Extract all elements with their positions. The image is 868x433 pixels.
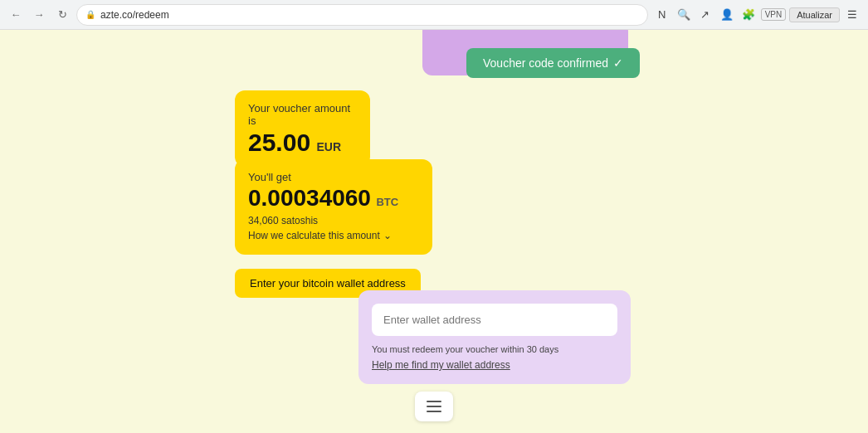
voucher-amount-value: 25.00	[248, 129, 310, 156]
voucher-confirmed-text: Voucher code confirmed	[483, 56, 608, 70]
browser-chrome: ← → ↻ 🔒 azte.co/redeem N 🔍 ↗ 👤 🧩 VPN Atu…	[0, 0, 868, 30]
checkmark-icon: ✓	[613, 56, 623, 70]
hamburger-line-1	[427, 401, 441, 402]
forward-button[interactable]: →	[30, 6, 48, 24]
translate-icon[interactable]: N	[653, 6, 671, 24]
page-content: Voucher code confirmed ✓ Your voucher am…	[0, 30, 868, 433]
wallet-address-input[interactable]	[372, 304, 617, 336]
chevron-down-icon: ⌄	[383, 230, 392, 241]
wallet-card: You must redeem your voucher within 30 d…	[358, 290, 631, 384]
share-icon[interactable]: ↗	[696, 6, 714, 24]
find-wallet-link[interactable]: Help me find my wallet address	[372, 359, 617, 371]
lock-icon: 🔒	[85, 10, 95, 19]
search-icon[interactable]: 🔍	[675, 6, 693, 24]
youll-get-label: You'll get	[248, 171, 419, 183]
url-text: azte.co/redeem	[100, 9, 169, 21]
menu-icon[interactable]: ☰	[843, 6, 861, 24]
reload-button[interactable]: ↻	[53, 6, 71, 24]
btc-amount-row: 0.00034060 BTC	[248, 187, 419, 210]
voucher-currency: EUR	[317, 140, 342, 153]
btc-currency: BTC	[376, 196, 398, 208]
calculate-link[interactable]: How we calculate this amount ⌄	[248, 230, 419, 241]
wallet-warning-text: You must redeem your voucher within 30 d…	[372, 344, 617, 354]
satoshis-label: 34,060 satoshis	[248, 215, 419, 226]
voucher-confirmed-banner: Voucher code confirmed ✓	[466, 48, 640, 78]
hamburger-line-2	[427, 406, 441, 407]
hamburger-menu-button[interactable]	[415, 392, 453, 421]
voucher-amount-row: 25.00 EUR	[248, 130, 357, 155]
vpn-badge[interactable]: VPN	[761, 8, 787, 21]
toolbar-right: N 🔍 ↗ 👤 🧩 VPN Atualizar ☰	[653, 6, 861, 24]
calculate-link-text: How we calculate this amount	[248, 230, 380, 241]
btc-amount-value: 0.00034060	[248, 185, 371, 211]
voucher-amount-card: Your voucher amount is 25.00 EUR	[235, 90, 370, 167]
profile-icon[interactable]: 👤	[718, 6, 736, 24]
update-button[interactable]: Atualizar	[789, 7, 840, 22]
extensions-icon[interactable]: 🧩	[739, 6, 758, 24]
back-button[interactable]: ←	[7, 6, 25, 24]
hamburger-line-3	[427, 411, 441, 412]
btc-amount-card: You'll get 0.00034060 BTC 34,060 satoshi…	[235, 159, 432, 255]
voucher-amount-label: Your voucher amount is	[248, 102, 357, 127]
address-bar[interactable]: 🔒 azte.co/redeem	[76, 4, 648, 26]
